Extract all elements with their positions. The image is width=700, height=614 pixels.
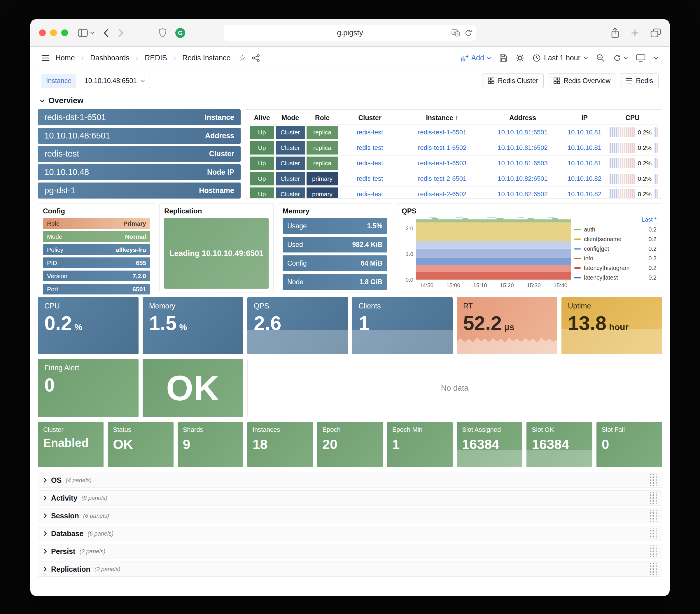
cluster-link[interactable]: redis-test xyxy=(339,175,401,182)
instance-link[interactable]: redis-test-2-6502 xyxy=(401,190,484,198)
drag-handle-icon[interactable] xyxy=(650,474,657,486)
slot-assigned-panel: Slot Assigned16384 xyxy=(457,422,522,468)
section-row-persist[interactable]: Persist(2 panels) xyxy=(38,544,662,559)
instance-variable-dropdown[interactable]: 10.10.10.48:6501 xyxy=(80,74,150,88)
sidebar-icon xyxy=(78,29,88,37)
share-dashboard-icon[interactable] xyxy=(252,54,260,62)
instance-link[interactable]: redis-test-2-6501 xyxy=(401,175,484,182)
stat-value: redis-test xyxy=(44,149,79,158)
col-mode[interactable]: Mode xyxy=(275,114,306,122)
reload-icon[interactable] xyxy=(464,28,473,37)
drag-handle-icon[interactable] xyxy=(650,528,657,539)
settings-gear-icon[interactable] xyxy=(516,54,524,62)
cluster-link[interactable]: redis-test xyxy=(339,129,401,136)
chevron-down-icon xyxy=(141,80,145,82)
section-row-database[interactable]: Database(6 panels) xyxy=(38,526,662,541)
breadcrumb-dashboards[interactable]: Dashboards xyxy=(90,54,129,62)
sparkline-area xyxy=(457,335,558,354)
refresh-button[interactable] xyxy=(613,54,628,62)
url-bar[interactable]: g.pigsty A xyxy=(223,25,477,41)
address-link[interactable]: 10.10.10.81:6502 xyxy=(484,144,562,152)
section-row-session[interactable]: Session(6 panels) xyxy=(38,508,662,523)
address-link[interactable]: 10.10.10.81:6503 xyxy=(484,159,562,167)
address-link[interactable]: 10.10.10.82:6501 xyxy=(484,175,562,182)
instance-link[interactable]: redis-test-1-6501 xyxy=(401,129,484,136)
col-alive[interactable]: Alive xyxy=(249,114,275,122)
chevron-right-icon xyxy=(43,531,47,536)
ip-link[interactable]: 10.10.10.82 xyxy=(562,175,607,182)
share-icon[interactable] xyxy=(611,27,620,38)
clipped-sparkline xyxy=(654,158,658,168)
address-link[interactable]: 10.10.10.81:6501 xyxy=(484,129,562,136)
drag-handle-icon[interactable] xyxy=(650,510,657,522)
cluster-link[interactable]: redis-test xyxy=(339,144,401,152)
instance-link[interactable]: redis-test-1-6503 xyxy=(401,159,484,167)
address-link[interactable]: 10.10.10.82:6502 xyxy=(484,190,562,198)
overview-section-header[interactable]: Overview xyxy=(30,92,670,107)
health-status-panel: OK xyxy=(142,359,243,417)
back-button[interactable] xyxy=(103,28,109,38)
col-ip[interactable]: IP xyxy=(562,114,607,122)
maximize-button[interactable] xyxy=(61,29,68,36)
col-role[interactable]: Role xyxy=(306,114,339,122)
col-cluster[interactable]: Cluster xyxy=(339,114,401,122)
forward-button[interactable] xyxy=(118,28,124,38)
legend-item[interactable]: auth0.2 xyxy=(574,225,657,234)
close-button[interactable] xyxy=(39,29,46,36)
time-range-picker[interactable]: Last 1 hour xyxy=(533,54,588,62)
mode-badge: Cluster xyxy=(276,188,305,199)
zoom-out-icon[interactable] xyxy=(596,54,605,62)
instance-table-panel: Alive Mode Role Cluster Instance ↑ Addre… xyxy=(245,109,662,199)
translate-icon[interactable]: A xyxy=(451,29,460,37)
redis-menu-link[interactable]: Redis xyxy=(620,74,659,88)
extension-badge[interactable]: G xyxy=(175,28,185,38)
instance-link[interactable]: redis-test-1-6502 xyxy=(401,144,484,152)
ip-link[interactable]: 10.10.10.81 xyxy=(562,159,607,167)
add-panel-button[interactable]: Add xyxy=(460,54,491,62)
ip-link[interactable]: 10.10.10.81 xyxy=(562,144,607,152)
tab-overview-icon[interactable] xyxy=(650,28,661,38)
replication-panel: Replication Leading 10.10.10.49:6501 xyxy=(159,203,274,292)
legend-header[interactable]: Last * xyxy=(574,216,657,223)
tv-mode-icon[interactable] xyxy=(636,54,646,62)
drag-handle-icon[interactable] xyxy=(650,563,657,575)
breadcrumb-redis[interactable]: REDIS xyxy=(145,54,167,62)
col-address[interactable]: Address xyxy=(484,114,562,122)
section-row-os[interactable]: OS(4 panels) xyxy=(38,473,662,488)
ip-link[interactable]: 10.10.10.82 xyxy=(562,190,607,198)
col-cpu[interactable]: CPU xyxy=(607,114,658,122)
col-instance[interactable]: Instance ↑ xyxy=(401,114,484,122)
breadcrumb-home[interactable]: Home xyxy=(55,54,75,62)
menu-icon[interactable] xyxy=(41,54,50,62)
minimize-button[interactable] xyxy=(50,29,57,36)
shield-icon xyxy=(159,28,166,38)
cpu-stat-panel: CPU 0.2% xyxy=(38,297,139,354)
cluster-link[interactable]: redis-test xyxy=(339,159,401,167)
ip-link[interactable]: 10.10.10.81 xyxy=(562,129,607,136)
legend-swatch-2 xyxy=(574,248,581,250)
new-tab-icon[interactable] xyxy=(630,28,639,37)
legend-item[interactable]: client|setname0.2 xyxy=(574,234,657,244)
save-icon[interactable] xyxy=(499,54,508,62)
privacy-shield[interactable] xyxy=(159,28,166,38)
address-stat-panel: 10.10.10.48:6501 Address xyxy=(38,128,241,144)
redis-overview-link[interactable]: Redis Overview xyxy=(548,74,616,88)
uptime-stat-panel: Uptime 13.8hour xyxy=(561,297,662,354)
cpu-value: 0.2% xyxy=(638,160,652,167)
sidebar-toggle[interactable] xyxy=(78,29,95,37)
qps-chart: 2.0 1.0 0.0 xyxy=(402,216,571,289)
qps-plot-area[interactable] xyxy=(416,216,571,280)
drag-handle-icon[interactable] xyxy=(650,546,657,557)
collapse-chevron-icon[interactable] xyxy=(654,56,659,60)
cluster-link[interactable]: redis-test xyxy=(339,190,401,198)
drag-handle-icon[interactable] xyxy=(650,492,657,504)
favorite-star-icon[interactable]: ☆ xyxy=(239,53,246,63)
legend-item[interactable]: latency|latest0.2 xyxy=(574,273,657,282)
legend-item[interactable]: config|get0.2 xyxy=(574,244,657,254)
legend-item[interactable]: latency|histogram0.2 xyxy=(574,263,657,273)
legend-item[interactable]: info0.2 xyxy=(574,254,657,263)
url-text: g.pigsty xyxy=(337,28,363,37)
section-row-activity[interactable]: Activity(8 panels) xyxy=(38,490,662,506)
redis-cluster-link[interactable]: Redis Cluster xyxy=(482,74,544,88)
section-row-replication[interactable]: Replication(2 panels) xyxy=(38,562,662,577)
